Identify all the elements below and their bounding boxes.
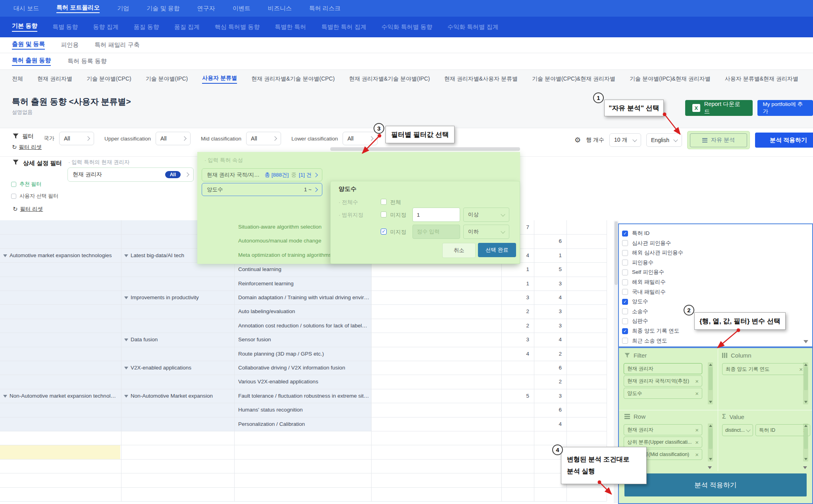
checkbox[interactable] bbox=[622, 338, 628, 344]
nav1-item-2[interactable]: 기업 bbox=[117, 5, 129, 12]
value-scrollbar[interactable] bbox=[803, 423, 808, 462]
checkbox[interactable] bbox=[622, 308, 628, 314]
filter-field-select[interactable]: All bbox=[156, 132, 191, 145]
field-item[interactable]: 해외 패밀리수 bbox=[622, 278, 666, 287]
checkbox[interactable] bbox=[622, 250, 628, 256]
tab-7[interactable]: 현재 권리자별&사용자 분류별 bbox=[444, 75, 518, 83]
tab-6[interactable]: 현재 권리자별&기술 분야별(IPC) bbox=[349, 75, 430, 83]
max-operator-select[interactable]: 이하 bbox=[463, 225, 509, 239]
chip-close-icon[interactable]: × bbox=[695, 451, 699, 458]
current-owner-filter[interactable]: 현재 권리자 All bbox=[67, 167, 194, 182]
pivot-chip[interactable]: 양도수× bbox=[624, 388, 702, 399]
nav2-item-5[interactable]: 핵심 특허별 동향 bbox=[215, 23, 260, 31]
nav1-item-4[interactable]: 연구자 bbox=[197, 5, 215, 12]
gear-icon[interactable]: ⚙ bbox=[574, 136, 581, 144]
max-unspecified-checkbox[interactable]: ✓ bbox=[381, 229, 387, 235]
nav2-item-1[interactable]: 특별 동향 bbox=[52, 23, 78, 31]
nav2-item-7[interactable]: 특별한 특허 집계 bbox=[321, 23, 366, 31]
nav2-item-8[interactable]: 수익화 특허별 동향 bbox=[381, 23, 432, 31]
nav1-item-6[interactable]: 비즈니스 bbox=[268, 5, 292, 12]
language-select[interactable]: English bbox=[646, 133, 682, 147]
highlighted-empty-cell[interactable] bbox=[0, 445, 120, 459]
pivot-chip[interactable]: 현재 권리자 bbox=[624, 363, 702, 374]
cancel-button[interactable]: 취소 bbox=[442, 243, 476, 258]
filter-field-select[interactable]: All bbox=[59, 132, 94, 145]
add-to-portfolio-button[interactable]: My portfolio에 추가 bbox=[757, 100, 813, 116]
nav1-item-0[interactable]: 대시 보드 bbox=[13, 5, 39, 12]
value-function-select[interactable]: distinct... bbox=[722, 424, 753, 436]
nav2-item-6[interactable]: 특별한 특허 bbox=[275, 23, 306, 31]
confirm-selection-button[interactable]: 선택 완료 bbox=[478, 243, 516, 257]
nav1-item-7[interactable]: 특허 리스크 bbox=[309, 5, 341, 12]
scroll-down-icon[interactable] bbox=[708, 466, 712, 469]
field-item[interactable]: 국내 패밀리수 bbox=[622, 288, 666, 296]
collapse-triangle-icon[interactable] bbox=[3, 254, 7, 257]
nav2-item-0-active[interactable]: 기본 동향 bbox=[12, 22, 37, 32]
tab-9[interactable]: 기술 분야별(IPC)&현재 권리자별 bbox=[630, 75, 711, 83]
scroll-down-icon[interactable] bbox=[803, 466, 807, 469]
table-group1-cell[interactable]: Automotive market expansion technologies bbox=[3, 248, 120, 262]
nav4-item-1[interactable]: 특허 등록 동향 bbox=[67, 58, 106, 65]
row-scrollbar[interactable] bbox=[708, 423, 713, 462]
checkbox[interactable] bbox=[11, 182, 16, 187]
chip-close-icon[interactable]: × bbox=[695, 390, 699, 397]
nav1-item-3[interactable]: 기술 및 융합 bbox=[146, 5, 179, 12]
nav3-item-0-active[interactable]: 출원 및 등록 bbox=[12, 40, 45, 50]
chip-close-icon[interactable]: × bbox=[695, 427, 699, 433]
field-item[interactable]: 해외 심사관 피인용수 bbox=[622, 248, 683, 257]
assignment-count-filter-chip[interactable]: 양도수 1 ~ bbox=[202, 183, 322, 196]
checkbox-checked[interactable]: ✓ bbox=[622, 299, 628, 305]
table-group1-cell[interactable]: Non-Automotive market expansion technol… bbox=[3, 389, 120, 403]
checkbox-checked[interactable]: ✓ bbox=[622, 328, 628, 334]
tab-10[interactable]: 사용자 분류별&현재 권리자별 bbox=[725, 75, 798, 83]
field-item[interactable]: Self 피인용수 bbox=[622, 268, 664, 277]
tab-2[interactable]: 기술 분야별(CPC) bbox=[87, 75, 131, 83]
nav1-item-5[interactable]: 이벤트 bbox=[233, 5, 250, 12]
filter-field-select[interactable]: All bbox=[246, 132, 281, 145]
filter-scrollbar[interactable] bbox=[708, 362, 713, 404]
filter-reset-button[interactable]: ↻ 필터 리셋 bbox=[12, 144, 42, 151]
chip-close-icon[interactable]: × bbox=[799, 366, 803, 373]
free-analysis-button[interactable]: 자유 분석 bbox=[690, 133, 747, 147]
collapse-triangle-icon[interactable] bbox=[3, 395, 7, 398]
checkbox[interactable] bbox=[11, 194, 16, 199]
collapse-triangle-icon[interactable] bbox=[124, 296, 128, 299]
collapse-triangle-icon[interactable] bbox=[124, 254, 128, 257]
min-unspecified-checkbox[interactable] bbox=[381, 212, 387, 217]
min-value-input[interactable]: 1 bbox=[412, 208, 460, 222]
nav2-item-3[interactable]: 품질 동향 bbox=[134, 23, 159, 31]
recommend-filter-option[interactable]: 추천 필터 bbox=[11, 181, 42, 188]
tab-0[interactable]: 전체 bbox=[12, 75, 23, 83]
max-value-input[interactable]: 정수 입력 bbox=[412, 225, 460, 239]
tab-5[interactable]: 현재 권리자별&기술 분야별(CPC) bbox=[251, 75, 335, 83]
row-count-select[interactable]: 10 개 bbox=[609, 133, 641, 147]
field-item[interactable]: ✓최종 양도 기록 연도 bbox=[622, 327, 679, 335]
scrollbar-thumb[interactable] bbox=[615, 221, 618, 285]
tab-1[interactable]: 현재 권리자별 bbox=[37, 75, 72, 83]
checkbox[interactable] bbox=[622, 318, 628, 324]
collapse-triangle-icon[interactable] bbox=[124, 339, 128, 341]
checkbox-checked[interactable]: ✓ bbox=[622, 231, 628, 237]
nav2-item-9[interactable]: 수익화 특허별 집계 bbox=[447, 23, 498, 31]
table-group2-cell[interactable]: V2X-enabled applications bbox=[124, 361, 233, 375]
field-item[interactable]: 심사관 피인용수 bbox=[622, 239, 671, 248]
min-operator-select[interactable]: 이상 bbox=[463, 208, 509, 222]
detail-filter-reset-button[interactable]: ↻ 필터 리셋 bbox=[13, 206, 43, 213]
report-download-button[interactable]: X Report 다운로드 bbox=[685, 100, 753, 116]
tab-4-active[interactable]: 사용자 분류별 bbox=[202, 75, 237, 84]
pivot-chip[interactable]: 특허 ID× bbox=[755, 424, 810, 436]
chip-close-icon[interactable]: × bbox=[695, 439, 699, 446]
pivot-chip[interactable]: 최종 양도 기록 연도× bbox=[722, 363, 806, 375]
field-item[interactable]: ✓양도수 bbox=[622, 297, 648, 306]
total-checkbox[interactable] bbox=[381, 199, 387, 205]
checkbox[interactable] bbox=[622, 240, 628, 246]
horizontal-scrollbar[interactable] bbox=[330, 147, 520, 151]
checkbox[interactable] bbox=[622, 269, 628, 275]
tab-8[interactable]: 기술 분야별(CPC)&현재 권리자별 bbox=[532, 75, 615, 83]
apply-analysis-button[interactable]: 분석 적용하기 bbox=[755, 133, 813, 148]
nav2-item-2[interactable]: 동향 집계 bbox=[93, 23, 118, 31]
field-item[interactable]: ✓특허 ID bbox=[622, 229, 649, 238]
chip-close-icon[interactable]: × bbox=[695, 378, 699, 385]
user-filter-option[interactable]: 사용자 선택 필터 bbox=[11, 192, 58, 200]
pivot-apply-button[interactable]: 분석 적용하기 bbox=[624, 473, 807, 496]
